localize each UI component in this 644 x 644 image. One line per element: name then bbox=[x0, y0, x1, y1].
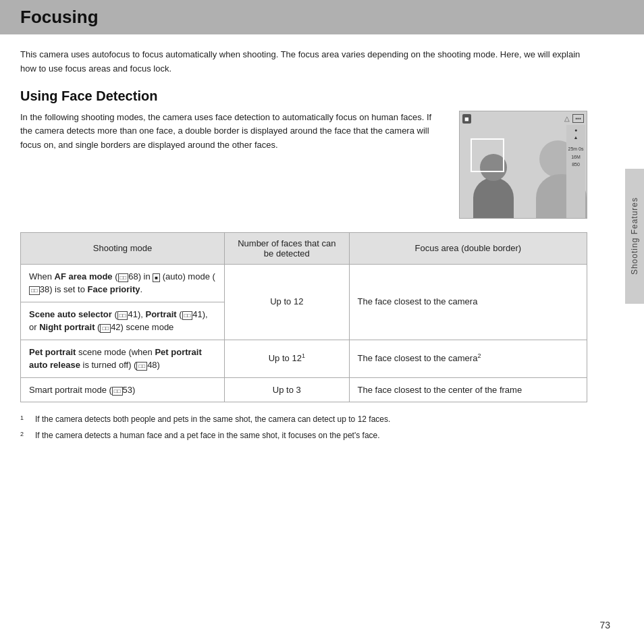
sidebar-label-text: Shooting Features bbox=[630, 197, 639, 275]
faces-count-cell-1: Up to 12 bbox=[225, 264, 350, 340]
ref-68: □□ bbox=[118, 273, 129, 282]
shooting-mode-cell-4: Smart portrait mode (□□53) bbox=[21, 377, 225, 402]
main-content: This camera uses autofocus to focus auto… bbox=[0, 34, 608, 460]
camera-info-sidebar: ● ▲ 25m 0s 16M 850 bbox=[566, 125, 585, 218]
ref-53: □□ bbox=[112, 387, 123, 396]
focus-area-cell-1: The face closest to the camera bbox=[349, 264, 587, 340]
page-header: Focusing bbox=[0, 0, 644, 34]
col-header-focus: Focus area (double border) bbox=[349, 232, 587, 264]
section-title: Using Face Detection bbox=[20, 88, 587, 104]
camera-info-size: 16M bbox=[571, 155, 581, 160]
shooting-mode-cell-2: Scene auto selector (□□41), Portrait (□□… bbox=[21, 302, 225, 340]
focus-area-cell-3: The face closest to the camera2 bbox=[349, 340, 587, 377]
camera-mode-icon: ■ bbox=[462, 114, 471, 124]
camera-info-row-1: ● bbox=[574, 128, 577, 133]
face-detection-table: Shooting mode Number of faces that can b… bbox=[20, 232, 587, 403]
intro-paragraph: This camera uses autofocus to focus auto… bbox=[20, 48, 587, 76]
page-number: 73 bbox=[599, 620, 610, 630]
faces-count-cell-3: Up to 121 bbox=[225, 340, 350, 377]
ref-42: □□ bbox=[100, 324, 111, 333]
footnote-1-text: If the camera detects both people and pe… bbox=[35, 413, 390, 427]
ref-41b: □□ bbox=[182, 311, 193, 320]
footnote-2-text: If the camera detects a human face and a… bbox=[35, 429, 380, 443]
table-row: When AF area mode (□□68) in ■ (auto) mod… bbox=[21, 264, 587, 302]
scene-auto-label: Scene auto selector bbox=[29, 309, 112, 319]
focus-box-overlay bbox=[471, 138, 504, 172]
faces-count-cell-4: Up to 3 bbox=[225, 377, 350, 402]
col-header-shooting: Shooting mode bbox=[21, 232, 225, 264]
table-row: Smart portrait mode (□□53) Up to 3 The f… bbox=[21, 377, 587, 402]
camera-info-timer: 25m 0s bbox=[568, 146, 584, 152]
person-body-foreground bbox=[473, 178, 514, 218]
camera-info-shots: 850 bbox=[572, 162, 580, 167]
night-portrait-label: Night portrait bbox=[39, 322, 95, 332]
face-priority-label: Face priority bbox=[87, 284, 140, 294]
footnote-2: 2 If the camera detects a human face and… bbox=[20, 429, 587, 443]
ref-38: □□ bbox=[29, 286, 40, 295]
pet-portrait-label: Pet portrait bbox=[29, 347, 76, 357]
camera-top-right-icons: △ ▪▪▪ bbox=[564, 114, 584, 123]
ref-auto-icon: ■ bbox=[153, 273, 160, 282]
camera-preview-illustration: ■ △ ▪▪▪ ● ▲ bbox=[459, 111, 587, 219]
page-title: Focusing bbox=[20, 7, 99, 28]
portrait-label: Portrait bbox=[145, 309, 176, 319]
focus-area-cell-4: The face closest to the center of the fr… bbox=[349, 377, 587, 402]
shooting-mode-cell-1: When AF area mode (□□68) in ■ (auto) mod… bbox=[21, 264, 225, 302]
ref-41a: □□ bbox=[117, 311, 128, 320]
footnote-1-num: 1 bbox=[20, 413, 31, 427]
face-detection-description: In the following shooting modes, the cam… bbox=[20, 111, 446, 153]
camera-top-bar: ■ △ ▪▪▪ bbox=[462, 114, 584, 124]
sidebar-label: Shooting Features bbox=[625, 169, 644, 304]
af-area-mode-label: AF area mode bbox=[55, 271, 113, 281]
table-header-row: Shooting mode Number of faces that can b… bbox=[21, 232, 587, 264]
face-detection-section: In the following shooting modes, the cam… bbox=[20, 111, 587, 219]
shooting-mode-cell-3: Pet portrait scene mode (when Pet portra… bbox=[21, 340, 225, 377]
table-row: Pet portrait scene mode (when Pet portra… bbox=[21, 340, 587, 377]
footnote-2-num: 2 bbox=[20, 429, 31, 443]
col-header-faces: Number of faces that can be detected bbox=[225, 232, 350, 264]
footnotes-section: 1 If the camera detects both people and … bbox=[20, 413, 587, 444]
camera-info-row-2: ▲ bbox=[574, 135, 579, 140]
camera-flash-icon: △ bbox=[564, 115, 570, 122]
camera-battery-icon: ▪▪▪ bbox=[572, 114, 584, 123]
ref-48: □□ bbox=[136, 362, 147, 371]
footnote-1: 1 If the camera detects both people and … bbox=[20, 413, 587, 427]
camera-screen: ■ △ ▪▪▪ ● ▲ bbox=[460, 111, 587, 218]
